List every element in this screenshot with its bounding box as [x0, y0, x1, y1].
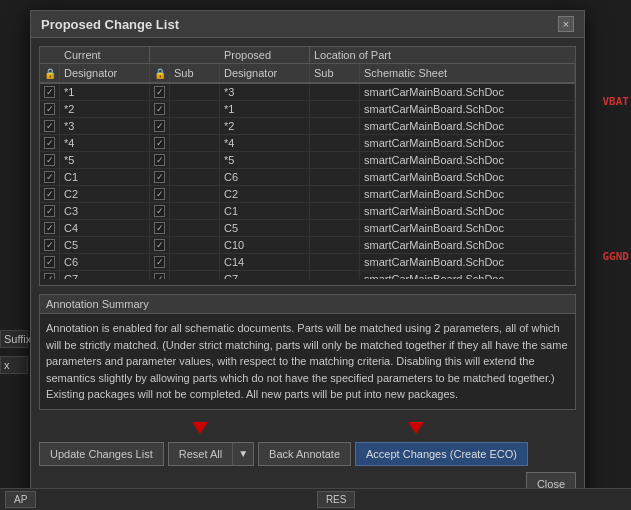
back-annotate-button[interactable]: Back Annotate: [258, 442, 351, 466]
update-changes-button[interactable]: Update Changes List: [39, 442, 164, 466]
row-checkbox-curr[interactable]: [40, 118, 60, 134]
location-group-header: Location of Part: [310, 47, 575, 63]
current-group-header: Current: [60, 47, 150, 63]
table-body: *1 *3 smartCarMainBoard.SchDoc *2 *1 sma…: [40, 84, 575, 279]
ap-tab[interactable]: AP: [5, 491, 36, 508]
changes-table-container: Current Proposed Location of Part 🔒 Desi…: [39, 46, 576, 286]
reset-all-button[interactable]: Reset All: [168, 442, 232, 466]
annotation-summary-title: Annotation Summary: [40, 295, 575, 314]
row-checkbox-sub[interactable]: [150, 186, 170, 202]
row-checkbox-curr[interactable]: [40, 203, 60, 219]
row-curr-sub: [170, 169, 220, 185]
arrow-down-left: [192, 422, 208, 434]
row-curr-designator: *4: [60, 135, 150, 151]
th-curr-designator: Designator: [60, 64, 150, 82]
ggnd-label: GGND: [603, 250, 630, 263]
row-prop-sub: [310, 169, 360, 185]
row-prop-sub: [310, 271, 360, 279]
res-tab[interactable]: RES: [317, 491, 356, 508]
row-checkbox-sub[interactable]: [150, 254, 170, 270]
reset-all-dropdown-button[interactable]: ▼: [232, 442, 254, 466]
row-prop-sub: [310, 152, 360, 168]
row-checkbox-curr[interactable]: [40, 186, 60, 202]
row-sheet: smartCarMainBoard.SchDoc: [360, 101, 575, 117]
table-row: C3 C1 smartCarMainBoard.SchDoc: [40, 203, 575, 220]
row-curr-sub: [170, 118, 220, 134]
row-curr-designator: C2: [60, 186, 150, 202]
row-checkbox-curr[interactable]: [40, 135, 60, 151]
row-checkbox-curr[interactable]: [40, 237, 60, 253]
proposed-group-header: Proposed: [220, 47, 310, 63]
row-checkbox-curr[interactable]: [40, 169, 60, 185]
row-checkbox-curr[interactable]: [40, 152, 60, 168]
table-row: C2 C2 smartCarMainBoard.SchDoc: [40, 186, 575, 203]
action-buttons-row: Update Changes List Reset All ▼ Back Ann…: [39, 438, 576, 470]
row-sheet: smartCarMainBoard.SchDoc: [360, 237, 575, 253]
row-prop-designator: C5: [220, 220, 310, 236]
annotation-summary-text: Annotation is enabled for all schematic …: [40, 314, 575, 409]
row-curr-designator: *2: [60, 101, 150, 117]
row-curr-designator: C6: [60, 254, 150, 270]
row-curr-designator: C7: [60, 271, 150, 279]
row-checkbox-sub[interactable]: [150, 169, 170, 185]
row-checkbox-sub[interactable]: [150, 271, 170, 279]
table-column-headers: 🔒 Designator 🔒 Sub Designator Sub Schema…: [40, 64, 575, 84]
row-checkbox-curr[interactable]: [40, 220, 60, 236]
row-sheet: smartCarMainBoard.SchDoc: [360, 220, 575, 236]
row-checkbox-curr[interactable]: [40, 254, 60, 270]
row-sheet: smartCarMainBoard.SchDoc: [360, 84, 575, 100]
dialog-title: Proposed Change List: [41, 17, 179, 32]
dialog-body: Current Proposed Location of Part 🔒 Desi…: [31, 38, 584, 508]
table-row: C7 C7 smartCarMainBoard.SchDoc: [40, 271, 575, 279]
row-prop-sub: [310, 203, 360, 219]
row-prop-designator: *5: [220, 152, 310, 168]
table-row: *3 *2 smartCarMainBoard.SchDoc: [40, 118, 575, 135]
row-prop-designator: *4: [220, 135, 310, 151]
table-row: C1 C6 smartCarMainBoard.SchDoc: [40, 169, 575, 186]
row-prop-sub: [310, 220, 360, 236]
th-lock1: 🔒: [40, 64, 60, 82]
accept-changes-button[interactable]: Accept Changes (Create ECO): [355, 442, 528, 466]
row-prop-sub: [310, 186, 360, 202]
row-prop-sub: [310, 135, 360, 151]
row-checkbox-sub[interactable]: [150, 152, 170, 168]
suffix-label: Suffix: [0, 330, 28, 348]
row-prop-designator: C7: [220, 271, 310, 279]
row-curr-designator: C4: [60, 220, 150, 236]
row-curr-designator: C5: [60, 237, 150, 253]
row-sheet: smartCarMainBoard.SchDoc: [360, 169, 575, 185]
th-prop-sub: Sub: [310, 64, 360, 82]
row-prop-sub: [310, 254, 360, 270]
row-curr-designator: C1: [60, 169, 150, 185]
table-row: C4 C5 smartCarMainBoard.SchDoc: [40, 220, 575, 237]
th-curr-sub: Sub: [170, 64, 220, 82]
row-prop-designator: C14: [220, 254, 310, 270]
th-sheet: Schematic Sheet: [360, 64, 575, 82]
table-row: C6 C14 smartCarMainBoard.SchDoc: [40, 254, 575, 271]
bottom-bar: AP RES: [0, 488, 631, 510]
row-checkbox-sub[interactable]: [150, 237, 170, 253]
row-checkbox-sub[interactable]: [150, 101, 170, 117]
row-checkbox-curr[interactable]: [40, 101, 60, 117]
row-checkbox-sub[interactable]: [150, 220, 170, 236]
row-curr-designator: *1: [60, 84, 150, 100]
dialog-close-button[interactable]: ×: [558, 16, 574, 32]
row-curr-sub: [170, 254, 220, 270]
row-checkbox-curr[interactable]: [40, 84, 60, 100]
row-prop-sub: [310, 237, 360, 253]
row-curr-sub: [170, 101, 220, 117]
row-sheet: smartCarMainBoard.SchDoc: [360, 203, 575, 219]
row-checkbox-sub[interactable]: [150, 135, 170, 151]
row-curr-designator: C3: [60, 203, 150, 219]
row-checkbox-curr[interactable]: [40, 271, 60, 279]
table-row: *5 *5 smartCarMainBoard.SchDoc: [40, 152, 575, 169]
arrow-indicators: [39, 418, 576, 438]
row-prop-designator: *1: [220, 101, 310, 117]
table-row: *4 *4 smartCarMainBoard.SchDoc: [40, 135, 575, 152]
row-prop-designator: C6: [220, 169, 310, 185]
row-sheet: smartCarMainBoard.SchDoc: [360, 118, 575, 134]
row-checkbox-sub[interactable]: [150, 118, 170, 134]
row-curr-sub: [170, 84, 220, 100]
row-checkbox-sub[interactable]: [150, 203, 170, 219]
row-checkbox-sub[interactable]: [150, 84, 170, 100]
